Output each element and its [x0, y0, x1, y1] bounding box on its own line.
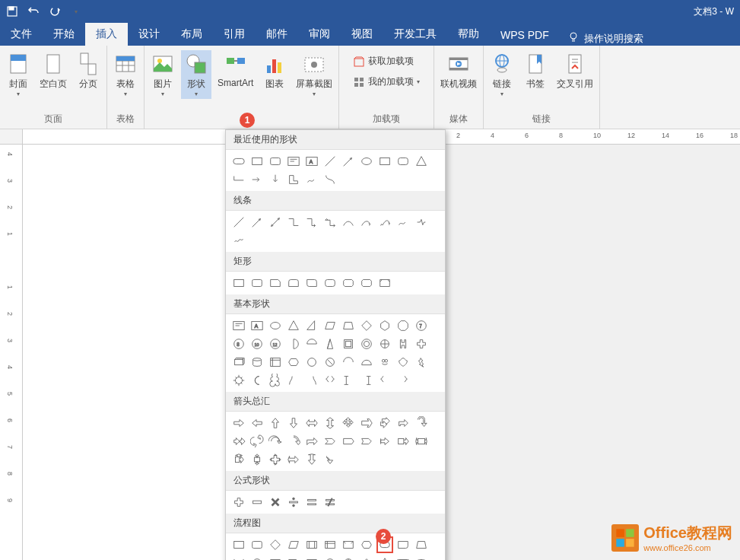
shape-f4[interactable]	[285, 536, 302, 553]
shape-f6[interactable]	[322, 536, 338, 553]
shape-arrow-line[interactable]	[340, 153, 357, 170]
shape-b40[interactable]	[340, 372, 357, 389]
shape-line3[interactable]	[267, 214, 284, 231]
shape-rounded2[interactable]	[395, 153, 411, 170]
shape-line2[interactable]	[249, 214, 265, 231]
shape-f18[interactable]	[340, 555, 357, 560]
shape-arrow-r[interactable]	[249, 171, 265, 188]
shape-rect2[interactable]	[376, 153, 393, 170]
shape-r8[interactable]	[358, 275, 375, 291]
get-addins-button[interactable]: 获取加载项	[348, 53, 418, 69]
shape-b11[interactable]: 7	[413, 317, 430, 334]
shape-a12[interactable]	[230, 433, 247, 450]
shape-a2[interactable]	[249, 415, 265, 431]
online-video-button[interactable]: 联机视频	[437, 50, 480, 92]
shape-a7[interactable]	[340, 415, 357, 431]
shape-r2[interactable]	[249, 275, 265, 291]
shape-equals[interactable]	[303, 494, 320, 511]
shape-r5[interactable]	[303, 275, 320, 291]
shape-a18[interactable]	[340, 433, 357, 450]
page-break-button[interactable]: 分页	[73, 50, 103, 92]
shape-b19[interactable]	[358, 336, 375, 352]
shape-b25[interactable]	[267, 354, 284, 371]
shape-a28[interactable]	[322, 451, 338, 468]
shape-a4[interactable]	[285, 415, 302, 431]
shape-textbox[interactable]	[285, 153, 302, 170]
shape-b21[interactable]	[395, 336, 411, 352]
shape-triangle[interactable]	[413, 153, 430, 170]
shape-b3[interactable]	[267, 317, 284, 334]
shape-r3[interactable]	[267, 275, 284, 291]
shape-curve[interactable]	[322, 171, 338, 188]
shape-f13[interactable]	[249, 555, 265, 560]
shape-b12[interactable]: 8	[230, 336, 247, 352]
shape-b9[interactable]	[376, 317, 393, 334]
shape-f21[interactable]	[395, 555, 411, 560]
shape-b29[interactable]	[340, 354, 357, 371]
shape-r1[interactable]	[230, 275, 247, 291]
shape-b18[interactable]	[340, 336, 357, 352]
shape-r7[interactable]	[340, 275, 357, 291]
shape-b43[interactable]	[395, 372, 411, 389]
chart-button[interactable]: 图表	[259, 50, 290, 92]
pictures-button[interactable]: 图片 ▾	[148, 50, 178, 99]
shape-elbow3[interactable]	[322, 214, 338, 231]
shape-b4[interactable]	[285, 317, 302, 334]
link-button[interactable]: 链接 ▾	[487, 50, 517, 99]
blank-page-button[interactable]: 空白页	[37, 50, 70, 92]
tell-me-search[interactable]: 操作说明搜索	[560, 31, 651, 46]
shape-a25[interactable]	[267, 451, 284, 468]
shape-plus[interactable]	[230, 494, 247, 511]
shape-f10[interactable]	[395, 536, 411, 553]
shape-b35[interactable]	[249, 372, 265, 389]
shape-b15[interactable]	[285, 336, 302, 352]
tab-insert[interactable]: 插入	[85, 23, 128, 46]
shape-a6[interactable]	[322, 415, 338, 431]
shape-b24[interactable]	[249, 354, 265, 371]
shape-a23[interactable]	[230, 451, 247, 468]
shape-f2[interactable]	[249, 536, 265, 553]
shape-curve1[interactable]	[340, 214, 357, 231]
shape-rounded[interactable]	[267, 153, 284, 170]
shape-b7[interactable]	[340, 317, 357, 334]
shape-elbow1[interactable]	[285, 214, 302, 231]
shape-b13[interactable]: 10	[249, 336, 265, 352]
shape-b38[interactable]	[303, 372, 320, 389]
shape-b8[interactable]	[358, 317, 375, 334]
shape-r9[interactable]	[376, 275, 393, 291]
shape-b36[interactable]	[267, 372, 284, 389]
smartart-button[interactable]: SmartArt	[214, 50, 256, 90]
shape-b41[interactable]	[358, 372, 375, 389]
shape-a1[interactable]	[230, 415, 247, 431]
shape-scribble[interactable]	[413, 214, 430, 231]
shape-f19[interactable]	[358, 555, 375, 560]
shape-f17[interactable]	[322, 555, 338, 560]
shape-a24[interactable]	[249, 451, 265, 468]
shape-b39[interactable]	[322, 372, 338, 389]
shape-curve2[interactable]	[358, 214, 375, 231]
shape-b5[interactable]	[303, 317, 320, 334]
shape-divide[interactable]	[285, 494, 302, 511]
shape-a16[interactable]	[303, 433, 320, 450]
shape-line1[interactable]	[230, 214, 247, 231]
shape-elbow2[interactable]	[303, 214, 320, 231]
shape-b33[interactable]	[413, 354, 430, 371]
shape-rect[interactable]	[249, 153, 265, 170]
shape-f12[interactable]	[230, 555, 247, 560]
shape-f7[interactable]	[340, 536, 357, 553]
bookmark-button[interactable]: 书签	[520, 50, 551, 92]
shape-freeform2[interactable]	[395, 214, 411, 231]
tab-help[interactable]: 帮助	[447, 23, 490, 46]
shape-f22[interactable]	[413, 555, 430, 560]
tab-developer[interactable]: 开发工具	[383, 23, 447, 46]
shape-a10[interactable]	[395, 415, 411, 431]
shape-b23[interactable]	[230, 354, 247, 371]
shape-b28[interactable]	[322, 354, 338, 371]
shape-curve3[interactable]	[376, 214, 393, 231]
tab-layout[interactable]: 布局	[170, 23, 213, 46]
redo-icon[interactable]	[49, 5, 61, 18]
shape-b30[interactable]	[358, 354, 375, 371]
tab-home[interactable]: 开始	[43, 23, 85, 46]
shape-a26[interactable]	[285, 451, 302, 468]
shape-lshape[interactable]	[285, 171, 302, 188]
